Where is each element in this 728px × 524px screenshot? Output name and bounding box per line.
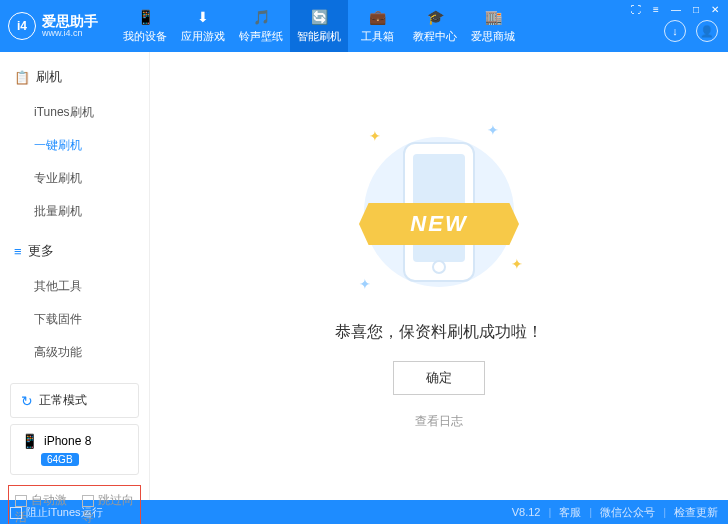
minimize-button[interactable]: — (668, 2, 684, 17)
wechat-link[interactable]: 微信公众号 (600, 505, 655, 520)
sidebar-item[interactable]: 批量刷机 (0, 195, 149, 228)
check-update-link[interactable]: 检查更新 (674, 505, 718, 520)
nav-6[interactable]: 🏬爱思商城 (464, 0, 522, 52)
sidebar-item[interactable]: 一键刷机 (0, 129, 149, 162)
refresh-icon: ↻ (21, 393, 33, 409)
version-label: V8.12 (512, 506, 541, 518)
download-button[interactable]: ↓ (664, 20, 686, 42)
sidebar-item[interactable]: 其他工具 (0, 270, 149, 303)
app-name: 爱思助手 (42, 14, 98, 28)
main-nav: 📱我的设备⬇应用游戏🎵铃声壁纸🔄智能刷机💼工具箱🎓教程中心🏬爱思商城 (116, 0, 522, 52)
window-controls: ⛶ ≡ — □ ✕ (628, 2, 722, 17)
success-illustration: ✦ ✦ ✦ ✦ NEW (339, 122, 539, 302)
app-logo: i4 爱思助手 www.i4.cn (8, 12, 98, 40)
header-right-buttons: ↓ 👤 (664, 20, 718, 42)
nav-icon: 🔄 (310, 8, 328, 26)
nav-icon: 💼 (368, 8, 386, 26)
mode-label: 正常模式 (39, 392, 87, 409)
section-icon: 📋 (14, 70, 30, 85)
main-content: ✦ ✦ ✦ ✦ NEW 恭喜您，保资料刷机成功啦！ 确定 查看日志 (150, 52, 728, 500)
nav-label: 工具箱 (361, 29, 394, 44)
nav-icon: 📱 (136, 8, 154, 26)
nav-1[interactable]: ⬇应用游戏 (174, 0, 232, 52)
maximize-button[interactable]: □ (690, 2, 702, 17)
device-name: iPhone 8 (44, 434, 91, 448)
device-info-box[interactable]: 📱 iPhone 8 64GB (10, 424, 139, 475)
sidebar-item[interactable]: iTunes刷机 (0, 96, 149, 129)
nav-3[interactable]: 🔄智能刷机 (290, 0, 348, 52)
phone-icon: 📱 (21, 433, 38, 449)
nav-0[interactable]: 📱我的设备 (116, 0, 174, 52)
sidebar: 📋刷机iTunes刷机一键刷机专业刷机批量刷机≡更多其他工具下载固件高级功能 ↻… (0, 52, 150, 500)
nav-icon: 🏬 (484, 8, 502, 26)
view-log-link[interactable]: 查看日志 (415, 413, 463, 430)
sidebar-item[interactable]: 高级功能 (0, 336, 149, 369)
block-itunes-checkbox[interactable]: 阻止iTunes运行 (10, 505, 103, 520)
nav-label: 爱思商城 (471, 29, 515, 44)
nav-icon: ⬇ (194, 8, 212, 26)
app-header: i4 爱思助手 www.i4.cn 📱我的设备⬇应用游戏🎵铃声壁纸🔄智能刷机💼工… (0, 0, 728, 52)
sidebar-section-title: ≡更多 (0, 236, 149, 266)
nav-5[interactable]: 🎓教程中心 (406, 0, 464, 52)
user-button[interactable]: 👤 (696, 20, 718, 42)
close-button[interactable]: ✕ (708, 2, 722, 17)
nav-label: 应用游戏 (181, 29, 225, 44)
support-link[interactable]: 客服 (559, 505, 581, 520)
app-url: www.i4.cn (42, 28, 98, 38)
menu-icon[interactable]: ≡ (650, 2, 662, 17)
device-mode-box[interactable]: ↻ 正常模式 (10, 383, 139, 418)
nav-icon: 🎓 (426, 8, 444, 26)
nav-label: 智能刷机 (297, 29, 341, 44)
nav-icon: 🎵 (252, 8, 270, 26)
sidebar-item[interactable]: 下载固件 (0, 303, 149, 336)
nav-label: 铃声壁纸 (239, 29, 283, 44)
section-icon: ≡ (14, 244, 22, 259)
new-ribbon: NEW (359, 203, 519, 245)
storage-badge: 64GB (41, 453, 79, 466)
nav-2[interactable]: 🎵铃声壁纸 (232, 0, 290, 52)
nav-label: 教程中心 (413, 29, 457, 44)
success-message: 恭喜您，保资料刷机成功啦！ (335, 322, 543, 343)
sidebar-section-title: 📋刷机 (0, 62, 149, 92)
gift-icon[interactable]: ⛶ (628, 2, 644, 17)
logo-icon: i4 (8, 12, 36, 40)
nav-4[interactable]: 💼工具箱 (348, 0, 406, 52)
confirm-button[interactable]: 确定 (393, 361, 485, 395)
sidebar-item[interactable]: 专业刷机 (0, 162, 149, 195)
nav-label: 我的设备 (123, 29, 167, 44)
